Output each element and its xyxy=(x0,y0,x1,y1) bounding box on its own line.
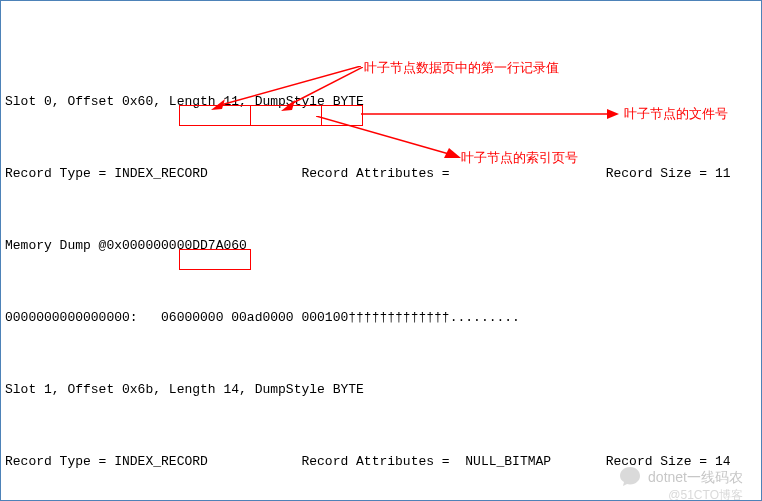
line: Memory Dump @0x000000000DD7A060 xyxy=(5,237,757,255)
line xyxy=(5,345,757,363)
line xyxy=(5,129,757,147)
line: Slot 1, Offset 0x6b, Length 14, DumpStyl… xyxy=(5,381,757,399)
line: 0000000000000000: 06000000 00ad0000 0001… xyxy=(5,309,757,327)
line xyxy=(5,201,757,219)
line: Record Type = INDEX_RECORD Record Attrib… xyxy=(5,165,757,183)
line xyxy=(5,273,757,291)
line xyxy=(5,417,757,435)
line xyxy=(5,489,757,501)
line: Slot 0, Offset 0x60, Length 11, DumpStyl… xyxy=(5,93,757,111)
dump-output: Slot 0, Offset 0x60, Length 11, DumpStyl… xyxy=(1,73,761,501)
line: Record Type = INDEX_RECORD Record Attrib… xyxy=(5,453,757,471)
